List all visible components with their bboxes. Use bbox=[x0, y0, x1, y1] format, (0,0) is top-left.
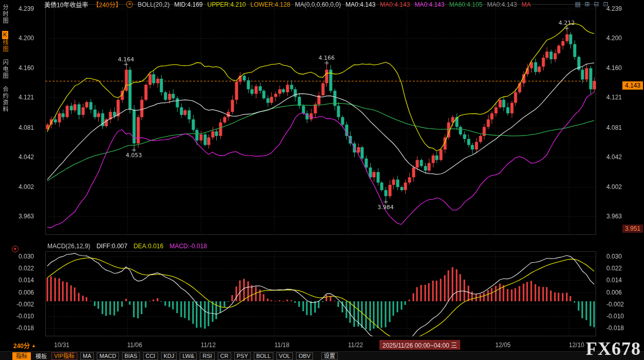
macd-diff-value: DIFF:0.007 bbox=[96, 243, 127, 250]
sidebar-item-label: 合约资料 bbox=[2, 86, 8, 113]
indicator-button-OBV[interactable]: OBV bbox=[296, 352, 313, 360]
y-axis-tick-right: 4.002 bbox=[606, 183, 622, 191]
y-axis-tick-right: 4.160 bbox=[606, 64, 622, 72]
period-label: 【240分】 bbox=[93, 0, 121, 9]
y-axis-tick-left: 4.081 bbox=[10, 124, 34, 131]
macd-axis-tick-right: -0.010 bbox=[606, 313, 624, 320]
ma-value-5: MA bbox=[521, 1, 531, 8]
split-view-icon[interactable]: ⊟ bbox=[593, 1, 600, 8]
sidebar-item-label: 闪电图 bbox=[2, 59, 8, 79]
y-axis-tick-left: 4.002 bbox=[10, 183, 34, 191]
indicator-button-RSI[interactable]: RSI bbox=[200, 352, 214, 360]
macd-hist-value: MACD:-0.018 bbox=[169, 243, 207, 250]
macd-axis-tick-right: 0.006 bbox=[606, 289, 622, 296]
x-axis-date-label: 11/06 bbox=[127, 341, 142, 349]
ma-indicator-label: MA(0,0,0,60,0,0) bbox=[295, 1, 341, 8]
range-low-price-tag: 3.951 bbox=[622, 225, 643, 233]
macd-axis-tick-left: 0.006 bbox=[10, 289, 34, 296]
y-axis-tick-left: 4.042 bbox=[10, 153, 34, 161]
indicator-button-VOL[interactable]: VOL bbox=[276, 352, 293, 360]
y-axis-tick-left: 4.121 bbox=[10, 94, 34, 101]
macd-axis-tick-right: -0.002 bbox=[606, 301, 624, 308]
ma-value-2: MA0:4.143 bbox=[414, 1, 444, 8]
x-axis-date-label: 11/22 bbox=[348, 341, 363, 349]
boll-mid-value: MID:4.169 bbox=[174, 1, 202, 8]
macd-axis-tick-right: 0.022 bbox=[606, 265, 622, 272]
macd-axis-tick-right: 0.014 bbox=[606, 277, 622, 284]
instrument-title: 美债10年收益率 bbox=[44, 0, 88, 9]
sidebar-item-label: 线图 bbox=[2, 39, 8, 53]
time-axis: 240分 ▲ 2025/11/26 00:00~04:00 三 10/3111/… bbox=[0, 338, 644, 351]
macd-dea-value: DEA:0.016 bbox=[133, 243, 163, 250]
selected-time-label: 2025/11/26 00:00~04:00 三 bbox=[379, 340, 460, 350]
sidebar-item-lightning-chart[interactable]: 闪电图 bbox=[1, 59, 9, 79]
indicator-button-CR[interactable]: CR bbox=[218, 352, 231, 360]
x-axis-date-label: 12/10 bbox=[569, 341, 584, 349]
grid-view-icon[interactable]: ⊞ bbox=[584, 1, 590, 8]
indicator-button-CCI[interactable]: CCI bbox=[143, 352, 158, 360]
macd-axis-tick-left: 0.022 bbox=[10, 265, 34, 272]
plus-circle-icon[interactable]: + bbox=[126, 1, 133, 8]
macd-header: MACD(26,12,9) DIFF:0.007 DEA:0.016 MACD:… bbox=[47, 243, 207, 250]
indicator-button-BIAS[interactable]: BIAS bbox=[122, 352, 140, 360]
indicator-button-PSY[interactable]: PSY bbox=[234, 352, 251, 360]
indicator-button-MA[interactable]: MA bbox=[80, 352, 94, 360]
toolbar-tab-指标[interactable]: 指标 bbox=[12, 352, 31, 360]
watermark: FX678 bbox=[586, 338, 641, 359]
macd-axis-tick-left: -0.002 bbox=[10, 301, 34, 308]
macd-axis-tick-right: 0.030 bbox=[606, 253, 622, 260]
indicator-button-KDJ[interactable]: KDJ bbox=[161, 352, 177, 360]
trading-app-window: 分时图K线图闪电图合约资料 美债10年收益率 【240分】 + BOLL(20,… bbox=[0, 0, 644, 360]
k-line-badge: K bbox=[2, 31, 8, 39]
y-axis-tick-left: 4.160 bbox=[10, 64, 34, 72]
ma-values-group: MA0:4.143MA0:4.143MA0:4.143MA60:4.105MA0… bbox=[345, 1, 531, 8]
boll-upper-value: UPPER:4.210 bbox=[207, 1, 246, 8]
toolbar-tab-VIP指标[interactable]: VIP指标 bbox=[51, 352, 77, 360]
toolbar-tab-模板[interactable]: 模板 bbox=[34, 352, 48, 360]
y-axis-tick-right: 4.081 bbox=[606, 124, 622, 131]
ma-value-1: MA0:4.143 bbox=[380, 1, 410, 8]
current-price-tag: 4.143 bbox=[622, 81, 643, 90]
boll-indicator-label: BOLL(20,2) bbox=[137, 1, 169, 8]
x-axis-date-label: 10/31 bbox=[54, 341, 69, 349]
macd-axis-tick-left: 0.030 bbox=[10, 253, 34, 260]
left-sidebar: 分时图K线图闪电图合约资料 bbox=[0, 0, 10, 339]
window-layout-icons: ▤⊞⊟⊡ bbox=[575, 1, 609, 8]
sidebar-item-contract-info[interactable]: 合约资料 bbox=[1, 86, 9, 113]
period-selector[interactable]: 240分 ▲ bbox=[13, 341, 36, 350]
y-axis-tick-right: 4.121 bbox=[606, 94, 622, 101]
boll-lower-value: LOWER:4.128 bbox=[251, 1, 290, 8]
ma-value-3: MA60:4.105 bbox=[449, 1, 482, 8]
sidebar-item-time-chart[interactable]: 分时图 bbox=[1, 4, 9, 24]
y-axis-tick-left: 3.963 bbox=[10, 213, 34, 220]
ma-value-4: MA0:4.143 bbox=[487, 1, 517, 8]
y-axis-tick-right: 4.042 bbox=[606, 153, 622, 161]
macd-indicator-label: MACD(26,12,9) bbox=[47, 243, 90, 250]
fullscreen-icon[interactable]: ⊡ bbox=[602, 1, 609, 8]
macd-axis-tick-right: -0.018 bbox=[606, 324, 624, 332]
indicator-button-BOLL[interactable]: BOLL bbox=[254, 352, 273, 360]
indicator-marker-icon[interactable]: ● bbox=[12, 246, 19, 252]
ma-value-0: MA0:4.143 bbox=[345, 1, 375, 8]
x-axis-date-label: 12/05 bbox=[495, 341, 511, 349]
chart-canvas[interactable] bbox=[0, 0, 644, 360]
settings-button[interactable]: 设置 bbox=[321, 352, 338, 360]
x-axis-date-label: 11/12 bbox=[201, 341, 216, 349]
y-axis-tick-right: 4.200 bbox=[606, 35, 622, 42]
list-view-icon[interactable]: ▤ bbox=[575, 1, 581, 8]
x-axis-date-label: 11/18 bbox=[274, 341, 289, 349]
chevron-up-icon: ▲ bbox=[31, 343, 36, 348]
y-axis-tick-right: 3.963 bbox=[606, 213, 622, 220]
period-selector-label: 240分 bbox=[13, 341, 30, 350]
macd-axis-tick-left: -0.018 bbox=[10, 324, 34, 332]
indicator-button-MACD[interactable]: MACD bbox=[97, 352, 118, 360]
bottom-toolbar: 指标模板VIP指标MAMACDBIASCCIKDJLW&RSICRPSYBOLL… bbox=[0, 351, 644, 360]
chart-header: 美债10年收益率 【240分】 + BOLL(20,2) MID:4.169 U… bbox=[44, 1, 531, 8]
indicator-button-LW&[interactable]: LW& bbox=[180, 352, 197, 360]
macd-axis-tick-left: 0.014 bbox=[10, 277, 34, 284]
sidebar-item-label: 分时图 bbox=[2, 4, 8, 24]
y-axis-tick-left: 4.239 bbox=[10, 5, 34, 12]
sidebar-item-kline-chart[interactable]: K线图 bbox=[1, 31, 9, 53]
macd-axis-tick-left: -0.010 bbox=[10, 313, 34, 320]
y-axis-tick-left: 4.200 bbox=[10, 35, 34, 42]
